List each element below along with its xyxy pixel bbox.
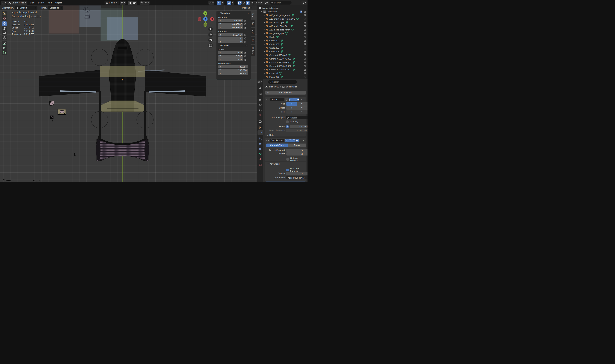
navigation-gizmo[interactable]: Y X Z: [198, 11, 214, 27]
expand-icon[interactable]: [264, 69, 265, 70]
outliner-row-object[interactable]: Corona-CS238MG.003: [257, 61, 308, 64]
expand-icon[interactable]: [264, 26, 265, 27]
outliner-row-object[interactable]: Corona-CS238MG.007: [257, 68, 308, 71]
lock-open-icon[interactable]: [244, 55, 246, 57]
shading-dropdown[interactable]: [258, 1, 260, 5]
drag-mode-dropdown[interactable]: Select Box: [48, 6, 63, 10]
panel-collapse-icon[interactable]: [266, 140, 267, 141]
gizmo-axis-x-negative[interactable]: [198, 17, 201, 21]
expand-icon[interactable]: [264, 58, 265, 59]
advanced-subpanel-header[interactable]: Advanced: [267, 163, 280, 165]
mirror-object-field[interactable]: Object: [286, 116, 308, 119]
scale-z-field[interactable]: Z1.337: [218, 58, 243, 61]
menu-object[interactable]: Object: [54, 1, 63, 5]
lock-open-icon[interactable]: [244, 58, 246, 61]
expand-icon[interactable]: [264, 37, 265, 38]
eye-icon[interactable]: [304, 14, 307, 16]
transform-orientation-dropdown[interactable]: Global: [104, 1, 119, 5]
breadcrumb-object[interactable]: Plane.012: [269, 86, 279, 88]
eye-icon[interactable]: [304, 32, 307, 35]
eye-icon[interactable]: [304, 69, 307, 71]
optimal-display-checkbox[interactable]: [286, 158, 289, 161]
subdiv-render-display-toggle[interactable]: [296, 139, 299, 142]
shading-solid-button[interactable]: [246, 1, 250, 5]
lock-open-icon[interactable]: [244, 41, 246, 43]
tool-scale[interactable]: [2, 31, 7, 35]
camera-view-button[interactable]: [208, 38, 213, 42]
flip-y-button[interactable]: Y: [297, 110, 307, 114]
small-scene-objects[interactable]: [3, 101, 76, 181]
clipping-checkbox[interactable]: [286, 120, 289, 123]
tab-tool[interactable]: Tool: [251, 20, 255, 27]
eye-icon[interactable]: [304, 62, 307, 64]
modifier-extras-dropdown[interactable]: [301, 99, 302, 100]
object-origin-dot[interactable]: [122, 79, 123, 80]
snap-settings-dropdown[interactable]: [132, 1, 137, 5]
catmull-clark-button[interactable]: Catmull-Clark: [266, 143, 288, 147]
expand-icon[interactable]: [264, 29, 265, 30]
tool-cursor[interactable]: [2, 16, 7, 21]
bisect-y-button[interactable]: Y: [297, 106, 307, 110]
pivot-point-dropdown[interactable]: [120, 1, 126, 5]
tab-tool-properties[interactable]: [257, 86, 263, 91]
tab-modifier-properties[interactable]: [258, 130, 263, 135]
tab-object-data-properties[interactable]: [257, 151, 263, 156]
xray-toggle[interactable]: [238, 1, 241, 5]
data-subpanel-header[interactable]: Data: [267, 134, 274, 136]
options-dropdown[interactable]: Options: [242, 7, 252, 9]
tool-measure[interactable]: [2, 46, 7, 50]
expand-icon[interactable]: [264, 33, 265, 34]
tab-collection-properties[interactable]: [257, 119, 263, 124]
merge-checkbox[interactable]: ✓: [286, 125, 289, 128]
expand-icon[interactable]: [264, 44, 265, 45]
rotation-x-field[interactable]: X0.56766°: [218, 33, 243, 37]
expand-icon[interactable]: [264, 47, 265, 49]
tool-add-cube[interactable]: [2, 50, 7, 55]
outliner-row-object[interactable]: A10_main_Tyre.001: [257, 24, 308, 28]
outliner-row-scene-collection[interactable]: Scene Collection: [257, 6, 308, 10]
axis-x-button[interactable]: X: [286, 102, 297, 106]
snap-toggle-button[interactable]: [128, 1, 132, 5]
expand-collapse-icon[interactable]: [261, 11, 262, 12]
axis-y-button[interactable]: Y: [297, 102, 307, 106]
reference-planes[interactable]: [49, 5, 138, 41]
outliner-row-object[interactable]: Corona-CS238MG.001: [257, 57, 308, 61]
tab-material-properties[interactable]: [257, 156, 263, 161]
menu-add[interactable]: Add: [46, 1, 53, 5]
expand-icon[interactable]: [264, 73, 265, 74]
orthographic-toggle-button[interactable]: [208, 43, 213, 48]
expand-icon[interactable]: [264, 55, 265, 56]
outliner-row-collection[interactable]: Collection ✓: [257, 10, 308, 13]
outliner-row-object[interactable]: Circle.001: [257, 39, 308, 42]
mirror-realtime-display-toggle[interactable]: [292, 98, 296, 101]
mirror-editmode-display-toggle[interactable]: [289, 98, 292, 101]
tab-scene-properties[interactable]: [257, 107, 263, 113]
location-y-field[interactable]: Y-0.000002: [218, 23, 243, 26]
eye-icon[interactable]: [304, 11, 307, 13]
shading-material-button[interactable]: [250, 1, 253, 5]
orientation-default-dropdown[interactable]: Default: [15, 6, 37, 10]
bisect-x-button[interactable]: X: [286, 106, 297, 110]
gizmos-toggle[interactable]: [217, 1, 221, 5]
proportional-editing-toggle[interactable]: [140, 1, 144, 5]
tab-render-properties[interactable]: [257, 91, 263, 97]
eye-icon[interactable]: [304, 36, 307, 38]
tab-physics-properties[interactable]: [257, 141, 263, 146]
zoom-button[interactable]: [208, 27, 213, 31]
outliner-row-object[interactable]: Circle: [257, 35, 308, 39]
outliner-row-object[interactable]: A10_main_Tyre: [257, 21, 308, 24]
mirror-panel-header[interactable]: Mirror ✕: [265, 97, 306, 102]
tab-object-properties[interactable]: [257, 125, 263, 130]
levels-viewport-field[interactable]: 3: [286, 149, 308, 152]
outliner-row-object[interactable]: Circle.002: [257, 42, 308, 46]
flip-z-button[interactable]: Z: [307, 110, 308, 114]
properties-editor-type-dropdown[interactable]: [257, 80, 262, 83]
collection-checkbox[interactable]: ✓: [300, 11, 302, 13]
subdiv-editmode-display-toggle[interactable]: [288, 139, 292, 142]
pan-button[interactable]: [208, 32, 213, 37]
gizmo-axis-y-negative[interactable]: [204, 23, 207, 27]
eye-icon[interactable]: [304, 40, 307, 42]
tab-3d-print[interactable]: 3D-Print: [251, 45, 255, 56]
outliner-row-object[interactable]: Circle.003: [257, 46, 308, 50]
mode-dropdown[interactable]: Object Mode: [7, 1, 28, 5]
